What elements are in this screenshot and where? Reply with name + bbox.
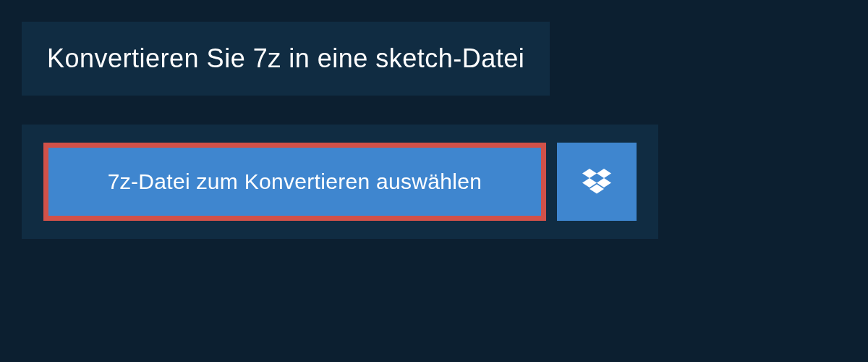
converter-widget: Konvertieren Sie 7z in eine sketch-Datei… (0, 0, 868, 239)
file-select-panel: 7z-Datei zum Konvertieren auswählen (22, 125, 658, 239)
page-title: Konvertieren Sie 7z in eine sketch-Datei (22, 22, 550, 96)
dropbox-icon (582, 169, 611, 195)
dropbox-button[interactable] (557, 143, 637, 221)
select-file-button[interactable]: 7z-Datei zum Konvertieren auswählen (43, 143, 546, 221)
